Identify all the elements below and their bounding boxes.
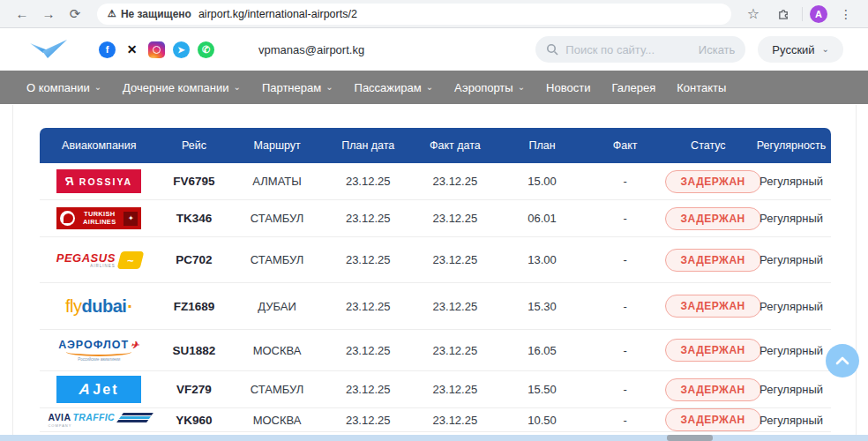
flight-number: TK346 [159,212,230,225]
fact-date: 23.12.25 [412,300,499,313]
col-fact-date: Факт дата [412,139,499,152]
horizontal-scrollbar[interactable] [0,435,868,441]
x-twitter-icon[interactable]: ✕ [123,41,140,58]
regularity: Регулярный [752,414,831,427]
whatsapp-icon[interactable]: ✆ [198,41,214,58]
airline-logo-avia-traffic: AVIATRAFFIC COMPANY [40,412,159,428]
scroll-to-top-button[interactable] [826,344,859,377]
nav-item-subsidiaries[interactable]: Дочерние компании ⌄ [123,81,241,94]
nav-item-passengers[interactable]: Пассажирам ⌄ [355,81,434,94]
scrollbar-thumb[interactable] [667,435,713,441]
reload-icon[interactable]: ⟳ [64,3,86,26]
chevron-down-icon: ⌄ [233,83,240,92]
instagram-icon[interactable] [148,41,165,58]
flight-number: PC702 [159,253,230,266]
status-badge: ЗАДЕРЖАН [665,378,761,401]
chevron-down-icon: ⌄ [94,83,101,92]
status-cell: ЗАДЕРЖАН [665,378,752,401]
airline-logo-turkish-airlines: TURKISHAIRLINES ✦ [40,207,159,229]
table-row: PEGASUSAIRLINES ~ PC702 СТАМБУЛ 23.12.25… [40,237,831,283]
not-secure-chip[interactable]: ⚠ Не защищено [108,8,191,20]
browser-menu-icon[interactable]: ⋮ [834,3,857,26]
toolbar-divider [802,7,803,21]
status-badge: ЗАДЕРЖАН [665,295,761,318]
site-header: f ✕ ➤ ✆ vpmanas@airport.kg Искать Русски… [0,28,868,71]
content-frame: Авиакомпания Рейс Маршрут План дата Факт… [12,105,857,435]
fact-date: 23.12.25 [412,344,499,357]
plan-date: 23.12.25 [325,383,412,396]
main-nav: О компании ⌄ Дочерние компании ⌄ Партнер… [0,71,868,104]
status-badge: ЗАДЕРЖАН [665,339,761,362]
fact-time: - [586,253,665,266]
url-text[interactable]: airport.kg/international-airports/2 [198,8,357,20]
plan-time: 16.05 [498,344,586,357]
plan-date: 23.12.25 [325,414,412,427]
chevron-down-icon: ⌄ [822,45,829,54]
nav-item-about[interactable]: О компании ⌄ [26,81,101,94]
regularity: Регулярный [752,344,831,357]
chevron-down-icon: ⌄ [326,83,333,92]
flight-number: VF279 [159,383,230,396]
fact-time: - [586,344,665,357]
table-row: flydubai· FZ1689 ДУБАИ 23.12.25 23.12.25… [40,283,831,330]
plan-time: 06.01 [498,212,586,225]
fact-date: 23.12.25 [412,253,499,266]
flight-number: FZ1689 [159,300,230,313]
chevron-down-icon: ⌄ [426,83,433,92]
plan-date: 23.12.25 [325,344,412,357]
fact-time: - [586,175,665,188]
plan-date: 23.12.25 [325,212,412,225]
avia-traffic-flag-icon [116,413,153,422]
plan-date: 23.12.25 [325,253,412,266]
search-icon [546,43,558,56]
col-plan-date: План дата [325,139,412,152]
nav-item-gallery[interactable]: Галерея [611,81,655,94]
airline-logo-rossiya: RROSSIYA [40,169,159,193]
fact-date: 23.12.25 [412,175,499,188]
airline-logo-ajet: AJet [40,376,159,403]
table-header-row: Авиакомпания Рейс Маршрут План дата Факт… [40,128,831,163]
nav-item-partners[interactable]: Партнерам ⌄ [262,81,333,94]
status-cell: ЗАДЕРЖАН [665,207,752,230]
status-badge: ЗАДЕРЖАН [665,170,761,193]
ajet-a-mark-icon: A [77,381,91,399]
col-status: Статус [665,139,752,152]
profile-avatar[interactable]: A [810,5,827,23]
address-bar[interactable]: ⚠ Не защищено airport.kg/international-a… [97,4,731,25]
fact-time: - [586,300,665,313]
search-submit-button[interactable]: Искать [699,43,736,56]
forward-icon[interactable]: → [37,3,60,26]
contact-email[interactable]: vpmanas@airport.kg [258,43,364,56]
flights-table: Авиакомпания Рейс Маршрут План дата Факт… [40,128,831,432]
route: ДУБАИ [229,300,325,313]
col-fact-time: Факт [586,139,665,152]
fact-time: - [586,383,665,396]
site-search[interactable]: Искать [535,36,745,63]
nav-item-airports[interactable]: Аэропорты ⌄ [454,81,525,94]
table-row: RROSSIYA FV6795 АЛМАТЫ 23.12.25 23.12.25… [40,163,831,200]
turkish-bird-icon [60,211,75,226]
route: СТАМБУЛ [229,212,325,225]
airline-logo-pegasus: PEGASUSAIRLINES ~ [40,251,159,269]
nav-item-contacts[interactable]: Контакты [677,81,726,94]
route: СТАМБУЛ [229,253,325,266]
plan-time: 13.00 [498,253,586,266]
fact-date: 23.12.25 [412,414,499,427]
facebook-icon[interactable]: f [99,41,116,58]
nav-item-news[interactable]: Новости [546,81,590,94]
social-links: f ✕ ➤ ✆ [99,41,214,58]
star-alliance-mark-icon: ✦ [123,212,138,226]
back-icon[interactable]: ← [11,3,34,26]
search-input[interactable] [565,43,692,56]
language-label: Русский [772,43,814,56]
aeroflot-wing-icon: ✈ [130,340,142,351]
extensions-icon[interactable] [772,3,795,26]
telegram-icon[interactable]: ➤ [173,41,190,58]
language-selector[interactable]: Русский ⌄ [758,36,843,63]
airport-logo-icon[interactable] [25,36,72,63]
bookmark-star-icon[interactable]: ☆ [742,3,765,26]
plan-time: 15.30 [498,300,586,313]
regularity: Регулярный [752,300,831,313]
flight-number: SU1882 [159,344,230,357]
chevron-down-icon: ⌄ [518,83,525,92]
